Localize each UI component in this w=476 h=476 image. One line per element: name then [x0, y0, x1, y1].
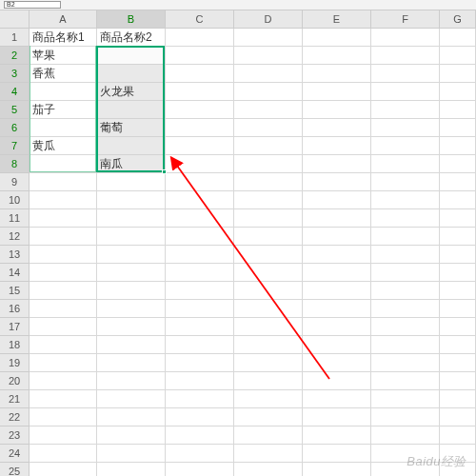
cell-A16[interactable] [30, 300, 97, 318]
cell-A19[interactable] [30, 354, 97, 372]
cell-B3[interactable] [97, 65, 166, 83]
cell-D10[interactable] [234, 191, 303, 209]
cell-F16[interactable] [371, 300, 440, 318]
cell-E25[interactable] [303, 463, 371, 476]
row-header-16[interactable]: 16 [0, 300, 30, 318]
cell-G18[interactable] [440, 336, 476, 354]
cell-F17[interactable] [371, 318, 440, 336]
cell-E10[interactable] [303, 191, 371, 209]
cell-G15[interactable] [440, 282, 476, 300]
cell-E2[interactable] [303, 47, 371, 65]
cell-G21[interactable] [440, 390, 476, 408]
cell-C6[interactable] [166, 119, 234, 137]
name-box[interactable]: B2 [4, 1, 61, 9]
cell-F4[interactable] [371, 83, 440, 101]
cell-F5[interactable] [371, 101, 440, 119]
cell-A2[interactable]: 苹果 [30, 47, 97, 65]
cell-F22[interactable] [371, 408, 440, 426]
cell-E16[interactable] [303, 300, 371, 318]
cell-A5[interactable]: 茄子 [30, 101, 97, 119]
row-header-7[interactable]: 7 [0, 137, 30, 155]
cell-D4[interactable] [234, 83, 303, 101]
cell-F23[interactable] [371, 426, 440, 445]
cell-D15[interactable] [234, 282, 303, 300]
cell-B9[interactable] [97, 173, 166, 191]
cell-E13[interactable] [303, 246, 371, 264]
cell-D18[interactable] [234, 336, 303, 354]
cell-G12[interactable] [440, 228, 476, 246]
cell-G5[interactable] [440, 101, 476, 119]
cell-C24[interactable] [166, 445, 234, 463]
cell-G10[interactable] [440, 191, 476, 209]
cell-B10[interactable] [97, 191, 166, 209]
cell-B23[interactable] [97, 426, 166, 445]
cell-E8[interactable] [303, 155, 371, 173]
cell-C7[interactable] [166, 137, 234, 155]
cell-G22[interactable] [440, 408, 476, 426]
cell-C15[interactable] [166, 282, 234, 300]
select-all-corner[interactable] [0, 10, 30, 29]
cell-F15[interactable] [371, 282, 440, 300]
cell-D17[interactable] [234, 318, 303, 336]
cell-A10[interactable] [30, 191, 97, 209]
cell-G6[interactable] [440, 119, 476, 137]
cell-C22[interactable] [166, 408, 234, 426]
cell-B20[interactable] [97, 372, 166, 390]
cell-F13[interactable] [371, 246, 440, 264]
cell-B5[interactable] [97, 101, 166, 119]
cell-B18[interactable] [97, 336, 166, 354]
cell-D21[interactable] [234, 390, 303, 408]
cell-E23[interactable] [303, 426, 371, 445]
cell-C25[interactable] [166, 463, 234, 476]
cell-B7[interactable] [97, 137, 166, 155]
row-header-9[interactable]: 9 [0, 173, 30, 191]
row-header-21[interactable]: 21 [0, 390, 30, 408]
cell-F8[interactable] [371, 155, 440, 173]
cell-F9[interactable] [371, 173, 440, 191]
cell-A17[interactable] [30, 318, 97, 336]
cell-F6[interactable] [371, 119, 440, 137]
row-header-19[interactable]: 19 [0, 354, 30, 372]
cell-D6[interactable] [234, 119, 303, 137]
cell-G17[interactable] [440, 318, 476, 336]
cell-A14[interactable] [30, 264, 97, 282]
row-header-8[interactable]: 8 [0, 155, 30, 173]
row-header-17[interactable]: 17 [0, 318, 30, 336]
row-header-23[interactable]: 23 [0, 426, 30, 445]
cell-G1[interactable] [440, 29, 476, 47]
row-header-14[interactable]: 14 [0, 264, 30, 282]
cell-E11[interactable] [303, 209, 371, 228]
cell-D12[interactable] [234, 228, 303, 246]
cell-C12[interactable] [166, 228, 234, 246]
cell-F3[interactable] [371, 65, 440, 83]
cell-D19[interactable] [234, 354, 303, 372]
cell-A25[interactable] [30, 463, 97, 476]
cell-E19[interactable] [303, 354, 371, 372]
cell-G2[interactable] [440, 47, 476, 65]
cell-E24[interactable] [303, 445, 371, 463]
cell-B24[interactable] [97, 445, 166, 463]
cell-C3[interactable] [166, 65, 234, 83]
col-header-F[interactable]: F [371, 10, 440, 29]
cell-D14[interactable] [234, 264, 303, 282]
cell-B12[interactable] [97, 228, 166, 246]
row-header-12[interactable]: 12 [0, 228, 30, 246]
cell-E9[interactable] [303, 173, 371, 191]
cell-B19[interactable] [97, 354, 166, 372]
cell-C1[interactable] [166, 29, 234, 47]
cell-B25[interactable] [97, 463, 166, 476]
cell-C8[interactable] [166, 155, 234, 173]
cell-D5[interactable] [234, 101, 303, 119]
cell-G11[interactable] [440, 209, 476, 228]
cell-B14[interactable] [97, 264, 166, 282]
cell-C18[interactable] [166, 336, 234, 354]
cell-A3[interactable]: 香蕉 [30, 65, 97, 83]
cell-B13[interactable] [97, 246, 166, 264]
fill-handle[interactable] [162, 169, 167, 174]
cell-D13[interactable] [234, 246, 303, 264]
col-header-G[interactable]: G [440, 10, 476, 29]
cell-E6[interactable] [303, 119, 371, 137]
cell-F11[interactable] [371, 209, 440, 228]
cell-C11[interactable] [166, 209, 234, 228]
col-header-A[interactable]: A [30, 10, 97, 29]
